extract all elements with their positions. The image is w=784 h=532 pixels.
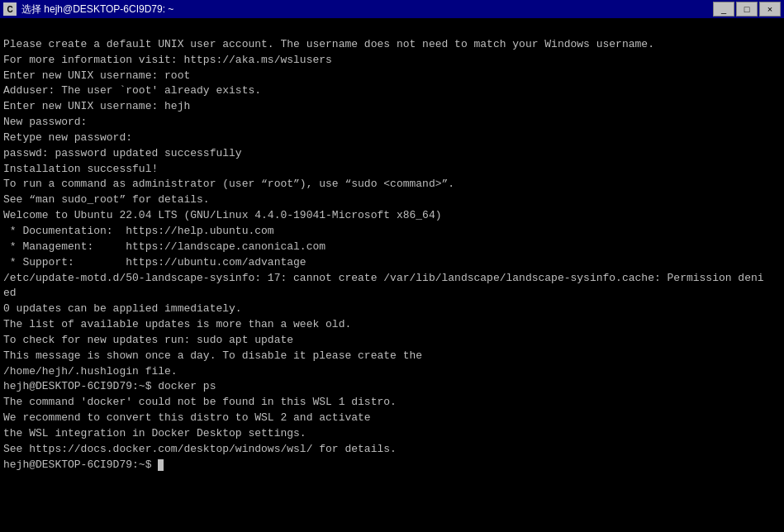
terminal-cursor xyxy=(158,459,164,471)
terminal-line: /home/hejh/.hushlogin file. xyxy=(3,364,781,380)
terminal-line: * Documentation: https://help.ubuntu.com xyxy=(3,224,781,240)
terminal-line: ed xyxy=(3,286,781,302)
terminal-line: * Management: https://landscape.canonica… xyxy=(3,240,781,255)
title-text: 选择 hejh@DESKTOP-6CI9D79: ~ xyxy=(21,2,173,17)
terminal-line: This message is shown once a day. To dis… xyxy=(3,349,781,364)
terminal-line: For more information visit: https://aka.… xyxy=(3,53,781,69)
terminal-line: Please create a default UNIX user accoun… xyxy=(3,37,781,53)
terminal-line: /etc/update-motd.d/50-landscape-sysinfo:… xyxy=(3,271,781,287)
title-bar-controls: _ □ × xyxy=(713,2,781,17)
maximize-button[interactable]: □ xyxy=(736,2,758,17)
terminal-line: See https://docs.docker.com/desktop/wind… xyxy=(3,442,781,458)
terminal-line: New password: xyxy=(3,115,781,131)
terminal-line: We recommend to convert this distro to W… xyxy=(3,411,781,426)
terminal-line: passwd: password updated successfully xyxy=(3,146,781,162)
terminal-icon: C xyxy=(3,2,17,16)
terminal-line: Adduser: The user `root' already exists. xyxy=(3,83,781,99)
terminal-line: hejh@DESKTOP-6CI9D79:~$ docker ps xyxy=(3,379,781,395)
terminal-line: the WSL integration in Docker Desktop se… xyxy=(3,426,781,442)
terminal-body[interactable]: Please create a default UNIX user accoun… xyxy=(0,18,784,532)
terminal-line: Welcome to Ubuntu 22.04 LTS (GNU/Linux 4… xyxy=(3,208,781,224)
terminal-line: hejh@DESKTOP-6CI9D79:~$ xyxy=(3,458,781,473)
terminal-line: 0 updates can be applied immediately. xyxy=(3,302,781,317)
close-button[interactable]: × xyxy=(759,2,781,17)
terminal-line: The command 'docker' could not be found … xyxy=(3,395,781,411)
terminal-line: Enter new UNIX username: root xyxy=(3,69,781,84)
terminal-line: To check for new updates run: sudo apt u… xyxy=(3,333,781,349)
title-bar-left: C 选择 hejh@DESKTOP-6CI9D79: ~ xyxy=(3,2,173,17)
terminal-line: Enter new UNIX username: hejh xyxy=(3,99,781,115)
title-bar: C 选择 hejh@DESKTOP-6CI9D79: ~ _ □ × xyxy=(0,0,784,18)
terminal-line: The list of available updates is more th… xyxy=(3,317,781,333)
minimize-button[interactable]: _ xyxy=(713,2,734,17)
terminal-line: Retype new password: xyxy=(3,131,781,146)
terminal-line: See “man sudo_root” for details. xyxy=(3,192,781,208)
terminal-line: * Support: https://ubuntu.com/advantage xyxy=(3,255,781,271)
terminal-line: To run a command as administrator (user … xyxy=(3,177,781,192)
terminal-line: Installation successful! xyxy=(3,162,781,178)
